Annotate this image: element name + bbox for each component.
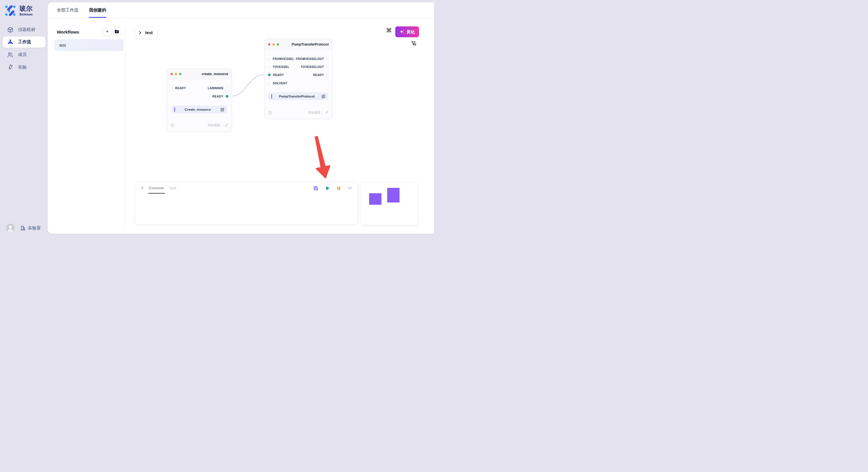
info-icon[interactable] (170, 123, 174, 127)
add-workflow-button[interactable]: + (102, 28, 112, 35)
folder-import-icon (115, 30, 119, 34)
plus-icon: + (106, 29, 109, 34)
port-out-labware[interactable]: LABWARE (208, 86, 228, 90)
workflow-list-item-test[interactable]: test (55, 39, 124, 51)
pencil-icon[interactable] (325, 111, 329, 114)
lab-label: 实验室 (28, 225, 41, 231)
tab-my-created[interactable]: 我创建的 (89, 2, 106, 18)
port-dot[interactable] (268, 82, 270, 85)
breadcrumb[interactable]: test (135, 27, 158, 38)
minimap-node-create-resource (369, 193, 381, 205)
port-dot[interactable] (268, 66, 270, 68)
edit-icon[interactable] (220, 107, 224, 111)
sidebar-item-label: 工作流 (18, 39, 31, 45)
edit-icon[interactable] (321, 94, 326, 98)
port-dot[interactable] (170, 87, 173, 90)
sidebar-item-label: 实验 (18, 65, 27, 70)
tab-console[interactable]: Console (149, 182, 164, 193)
box-icon (7, 27, 13, 33)
port-in-tovessel[interactable]: TOVESSEL (268, 65, 289, 69)
workflow-tabs: 全部工作流 我创建的 (48, 2, 434, 18)
node-title: PumpTransferProtocol (291, 42, 329, 46)
sidebar-footer: 实验室 (0, 223, 48, 233)
beautify-label: 美化 (406, 29, 415, 35)
members-icon (7, 52, 13, 58)
building-icon (20, 225, 26, 231)
console-panel: Console Task (135, 182, 358, 225)
import-folder-button[interactable] (112, 28, 121, 35)
port-dot-connected[interactable] (226, 95, 228, 98)
port-in-solvent[interactable]: SOLVENT (268, 81, 287, 85)
node-action-pill[interactable]: PumpTransferProtocol (268, 92, 329, 100)
port-dot[interactable] (327, 66, 329, 68)
sidebar: 玻尔 Bohrium 仪器耗材 工作流 (0, 0, 48, 236)
description-placeholder[interactable]: 添加描述... (208, 123, 223, 127)
node-pump-transfer-protocol[interactable]: PumpTransferProtocol FROMVESSEL FROMVESS… (265, 39, 332, 119)
filter-icon[interactable] (411, 41, 417, 47)
node-footer: 添加描述... (170, 123, 228, 127)
minimap[interactable] (361, 182, 418, 225)
node-footer: 添加描述... (268, 110, 329, 115)
port-out-tovesselout[interactable]: TOVESSELOUT (301, 65, 329, 69)
experiment-icon (7, 64, 13, 71)
save-icon (313, 186, 319, 191)
workflow-list-panel: Workflows + test (48, 18, 125, 233)
lab-switcher[interactable]: 实验室 (20, 225, 41, 231)
chevron-down-icon (347, 185, 353, 191)
port-dot-connected[interactable] (268, 73, 271, 76)
sidebar-item-label: 仪器耗材 (18, 27, 35, 32)
save-button[interactable] (312, 185, 319, 192)
port-dot[interactable] (327, 58, 329, 60)
port-dot[interactable] (226, 87, 228, 90)
port-in-ready[interactable]: READY (268, 73, 284, 77)
port-in-ready[interactable]: READY (170, 86, 186, 90)
app-logo[interactable]: 玻尔 Bohrium (4, 4, 33, 17)
traffic-lights-icon (268, 43, 279, 45)
workflow-panel-title: Workflows (57, 30, 79, 35)
expand-chevron-icon[interactable] (140, 186, 145, 190)
node-header[interactable]: create_resource (167, 69, 231, 79)
command-palette-icon[interactable]: ⌘ (386, 28, 392, 33)
port-in-fromvessel[interactable]: FROMVESSEL (268, 57, 294, 61)
port-dot[interactable] (327, 74, 329, 76)
pause-icon (336, 186, 341, 191)
beautify-button[interactable]: 美化 (395, 26, 419, 37)
run-button[interactable] (324, 185, 331, 192)
node-header[interactable]: PumpTransferProtocol (265, 39, 332, 50)
sidebar-item-workflows[interactable]: 工作流 (3, 36, 45, 47)
play-icon (324, 186, 330, 191)
traffic-lights-icon (170, 73, 181, 75)
node-create-resource[interactable]: create_resource READY LABWARE READY Crea… (167, 69, 232, 132)
logo-subtitle: Bohrium (20, 13, 33, 16)
pause-button[interactable] (335, 185, 342, 192)
port-out-ready[interactable]: READY (212, 94, 228, 98)
port-out-fromvesselout[interactable]: FROMVESSELOUT (296, 57, 329, 61)
logo-title: 玻尔 (20, 5, 33, 12)
sparkles-icon (400, 30, 404, 34)
sidebar-item-experiments[interactable]: 实验 (3, 62, 45, 73)
port-dot[interactable] (268, 58, 270, 60)
bohrium-logo-icon (4, 4, 17, 17)
sidebar-item-members[interactable]: 成员 (3, 49, 45, 60)
tab-task[interactable]: Task (168, 182, 177, 193)
node-action-pill[interactable]: Create_resource (172, 105, 227, 113)
collapse-console-button[interactable] (346, 185, 353, 192)
avatar[interactable] (6, 224, 14, 232)
breadcrumb-label: test (145, 30, 153, 35)
tab-all-workflows[interactable]: 全部工作流 (57, 2, 79, 18)
description-placeholder[interactable]: 添加描述... (308, 110, 323, 115)
chevron-right-icon (138, 31, 142, 35)
pencil-icon[interactable] (225, 123, 228, 127)
node-title: create_resource (202, 72, 228, 76)
sidebar-item-label: 成员 (18, 52, 27, 57)
workflow-icon (7, 39, 13, 45)
info-icon[interactable] (268, 111, 272, 114)
sidebar-item-instruments[interactable]: 仪器耗材 (3, 24, 45, 35)
port-out-ready[interactable]: READY (313, 73, 329, 77)
minimap-node-pump-transfer (387, 188, 400, 202)
